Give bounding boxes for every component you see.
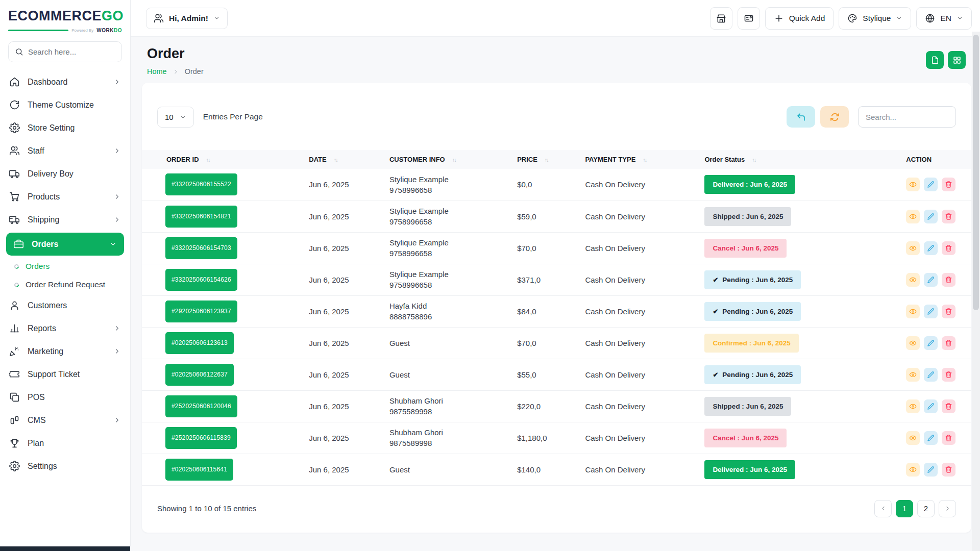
edit-order-button[interactable] [924, 241, 938, 255]
sidebar-search-input[interactable] [28, 47, 115, 56]
view-order-button[interactable] [906, 305, 920, 318]
edit-order-button[interactable] [924, 336, 938, 350]
delete-order-button[interactable] [942, 178, 955, 191]
delete-order-button[interactable] [942, 241, 955, 255]
sidebar-item[interactable]: Delivery Boy [0, 162, 130, 185]
trash-icon [945, 339, 952, 347]
table-search-input[interactable] [858, 106, 956, 128]
column-header[interactable]: ORDER ID↑↓ [142, 150, 303, 169]
pencil-icon [927, 434, 935, 442]
sidebar-item[interactable]: Reports [0, 317, 130, 340]
order-date: Jun 6, 2025 [309, 276, 349, 284]
view-order-button[interactable] [906, 241, 920, 255]
brand-logo[interactable]: ECOMMERCEGO Powered By WORKDO [0, 0, 130, 33]
delete-order-button[interactable] [942, 399, 955, 413]
payment-type: Cash On Delivery [585, 244, 645, 253]
breadcrumb-home-link[interactable]: Home [147, 67, 167, 76]
edit-order-button[interactable] [924, 210, 938, 223]
view-order-button[interactable] [906, 399, 920, 413]
sidebar-item[interactable]: Products [0, 185, 130, 208]
order-id-badge[interactable]: #2520250606115839 [165, 427, 237, 449]
edit-order-button[interactable] [924, 431, 938, 445]
column-header[interactable]: CUSTOMER INFO↑↓ [383, 150, 511, 169]
sidebar-item[interactable]: Support Ticket [0, 363, 130, 386]
sort-icon: ↑↓ [334, 157, 337, 163]
sidebar-item[interactable]: Store Setting [0, 116, 130, 139]
sidebar-item[interactable]: Staff [0, 139, 130, 162]
table-row: #2520250606120046 Jun 6, 2025 Shubham Gh… [142, 390, 971, 422]
edit-order-button[interactable] [924, 305, 938, 318]
sidebar-subitem[interactable]: Order Refund Request [0, 276, 130, 294]
column-header[interactable]: Order Status↑↓ [698, 150, 900, 169]
sidebar-search[interactable] [8, 41, 122, 62]
sidebar-item[interactable]: Orders [6, 233, 124, 256]
sidebar-item[interactable]: CMS [0, 409, 130, 432]
delete-order-button[interactable] [942, 431, 955, 445]
customer-name: Shubham Ghori [389, 427, 505, 438]
storefront-button[interactable] [710, 7, 732, 30]
edit-order-button[interactable] [924, 273, 938, 287]
edit-order-button[interactable] [924, 178, 938, 191]
order-id-badge[interactable]: #3320250606154626 [165, 269, 237, 291]
view-order-button[interactable] [906, 336, 920, 350]
delete-order-button[interactable] [942, 305, 955, 318]
view-order-button[interactable] [906, 431, 920, 445]
export-button[interactable] [926, 51, 944, 69]
order-id-badge[interactable]: #3320250606155522 [165, 173, 237, 195]
messages-button[interactable] [738, 7, 760, 30]
sidebar-item[interactable]: Plan [0, 432, 130, 455]
order-price: $70,0 [517, 339, 536, 347]
sidebar-item[interactable]: Marketing [0, 340, 130, 363]
scrollbar-thumb[interactable] [973, 35, 979, 310]
order-id-badge[interactable]: #020250606123613 [165, 332, 234, 354]
prev-page-button[interactable] [874, 500, 892, 517]
page-button-1[interactable]: 1 [896, 500, 913, 517]
edit-order-button[interactable] [924, 368, 938, 382]
page-button-2[interactable]: 2 [917, 500, 935, 517]
sidebar-item-label: Reports [28, 324, 56, 333]
delete-order-button[interactable] [942, 273, 955, 287]
grid-view-button[interactable] [948, 51, 966, 69]
sidebar-item[interactable]: Theme Customize [0, 93, 130, 116]
sidebar-item[interactable]: Shipping [0, 208, 130, 231]
order-id-badge[interactable]: #3320250606154703 [165, 237, 237, 259]
view-order-button[interactable] [906, 273, 920, 287]
view-order-button[interactable] [906, 210, 920, 223]
order-id-badge[interactable]: #2920250606123937 [165, 300, 237, 322]
language-select-button[interactable]: EN [916, 7, 972, 30]
column-header[interactable]: PRICE↑↓ [511, 150, 579, 169]
bullet-ring-icon [13, 263, 20, 270]
sidebar-subitem[interactable]: Orders [0, 257, 130, 276]
sidebar-item[interactable]: Dashboard [0, 70, 130, 93]
sidebar-item-label: Customers [28, 301, 67, 310]
theme-select-button[interactable]: Stylique [839, 7, 911, 30]
sidebar-item[interactable]: POS [0, 386, 130, 409]
column-header[interactable]: DATE↑↓ [303, 150, 383, 169]
edit-order-button[interactable] [924, 399, 938, 413]
profile-menu-button[interactable]: Hi, Admin! [146, 8, 228, 29]
entries-per-page-select[interactable]: 10 [157, 107, 194, 128]
delete-order-button[interactable] [942, 368, 955, 382]
quick-add-button[interactable]: Quick Add [765, 7, 834, 30]
order-id-badge[interactable]: #2520250606120046 [165, 395, 237, 417]
undo-button[interactable] [787, 106, 815, 128]
delete-order-button[interactable] [942, 210, 955, 223]
edit-order-button[interactable] [924, 463, 938, 477]
trophy-icon [9, 438, 20, 448]
view-order-button[interactable] [906, 178, 920, 191]
view-order-button[interactable] [906, 368, 920, 382]
view-order-button[interactable] [906, 463, 920, 477]
next-page-button[interactable] [939, 500, 956, 517]
table-header-row: ORDER ID↑↓DATE↑↓CUSTOMER INFO↑↓PRICE↑↓PA… [142, 150, 971, 169]
column-header[interactable]: PAYMENT TYPE↑↓ [579, 150, 698, 169]
gear-icon [9, 461, 20, 471]
delete-order-button[interactable] [942, 463, 955, 477]
refresh-button[interactable] [820, 106, 849, 128]
order-id-badge[interactable]: #020250606115641 [165, 459, 233, 481]
sidebar-item[interactable]: Settings [0, 455, 130, 478]
order-id-badge[interactable]: #020250606122637 [165, 364, 234, 386]
page-scrollbar[interactable] [972, 32, 980, 551]
delete-order-button[interactable] [942, 336, 955, 350]
sidebar-item[interactable]: Customers [0, 294, 130, 317]
order-id-badge[interactable]: #3320250606154821 [165, 206, 237, 228]
